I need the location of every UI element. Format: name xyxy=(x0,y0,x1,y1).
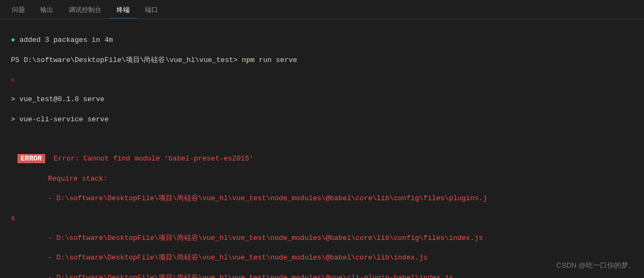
terminal-output[interactable]: ● added 3 packages in 4m PS D:\software\… xyxy=(0,19,644,278)
error-message: Error: Cannot find module 'babel-preset-… xyxy=(45,155,253,163)
stack-line-wrap: s xyxy=(11,214,633,224)
tab-debug-console[interactable]: 调试控制台 xyxy=(61,3,109,18)
script-line-2: > vue-cli-service serve xyxy=(11,115,633,125)
npm-install-result: added 3 packages in 4m xyxy=(20,36,113,44)
command-args: run serve xyxy=(259,56,297,64)
watermark: CSDN @吃一口你的梦。 xyxy=(556,261,635,270)
bullet-icon: ● xyxy=(11,36,15,44)
error-dot-icon: ⊗ xyxy=(11,77,15,83)
panel-tabs: 问题 输出 调试控制台 终端 端口 xyxy=(0,0,644,19)
tab-output[interactable]: 输出 xyxy=(33,3,61,18)
tab-problems[interactable]: 问题 xyxy=(4,3,33,18)
tab-terminal[interactable]: 终端 xyxy=(109,3,137,18)
script-line-1: > vue_test@0.1.0 serve xyxy=(11,95,633,104)
stack-line: - D:\software\DesktopFile\项目\尚硅谷\vue_hl\… xyxy=(11,253,633,263)
error-badge: ERROR xyxy=(17,154,45,163)
stack-line: - D:\software\DesktopFile\项目\尚硅谷\vue_hl\… xyxy=(11,194,633,203)
prompt-path: PS D:\software\DesktopFile\项目\尚硅谷\vue_hl… xyxy=(11,56,242,64)
stack-line: - D:\software\DesktopFile\项目\尚硅谷\vue_hl\… xyxy=(11,273,633,278)
stack-line: - D:\software\DesktopFile\项目\尚硅谷\vue_hl\… xyxy=(11,233,633,243)
command-npm: npm xyxy=(242,56,259,64)
require-stack-label: Require stack: xyxy=(11,174,633,184)
tab-ports[interactable]: 端口 xyxy=(137,3,166,18)
